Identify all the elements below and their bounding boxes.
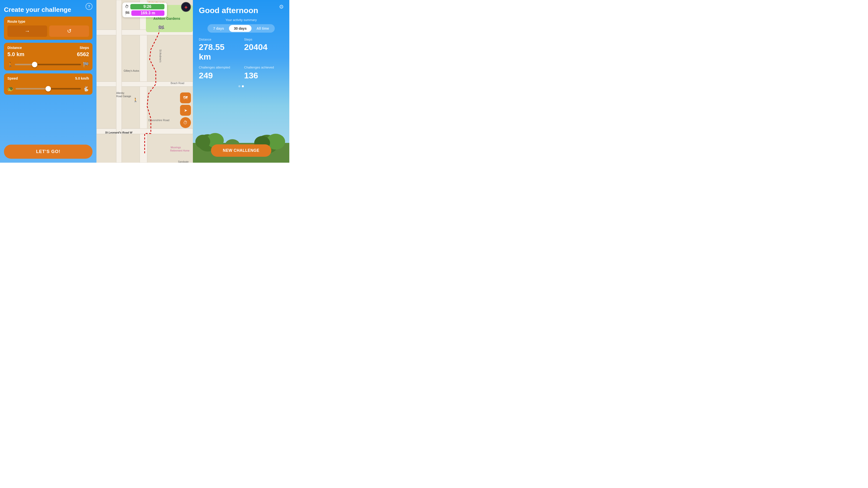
distance-value: 5.0 km (7, 51, 25, 58)
distance-slider-fill (15, 64, 35, 65)
map-speed-button[interactable]: ⏱ (180, 117, 191, 128)
map-navigate-button[interactable]: ➤ (180, 105, 191, 116)
new-challenge-button[interactable]: NEW CHALLENGE (211, 144, 271, 157)
svg-rect-5 (116, 0, 122, 163)
tab-30days[interactable]: 30 days (229, 25, 251, 32)
steps-label: Steps (80, 46, 89, 50)
map-layers-button[interactable]: 🗺 (180, 93, 191, 103)
route-type-label: Route type (7, 20, 89, 24)
speed-slider-fill (16, 88, 48, 90)
distance-stat: Distance 278.55 km (199, 38, 238, 62)
svg-text:🏁: 🏁 (158, 25, 165, 32)
speed-card: Speed 5.0 km/h 🐢 🐇 (4, 73, 92, 95)
tab-7days[interactable]: 7 days (208, 25, 229, 32)
page-dots (199, 85, 283, 87)
lets-go-button[interactable]: LET'S GO! (4, 144, 92, 159)
distance-slider-row: 🚶 🏁 (7, 62, 89, 67)
steps-stat-label: Steps (244, 38, 283, 41)
dot-2 (242, 85, 244, 87)
finish-flag-icon: 🏁 (83, 62, 89, 67)
distance-values-row: 5.0 km 6562 (7, 51, 89, 60)
time-tabs: 7 days 30 days All time (208, 24, 275, 33)
walk-icon: 🚶 (7, 62, 13, 67)
steps-stat-value: 20404 (244, 42, 283, 52)
svg-text:St Andrew's: St Andrew's (159, 50, 162, 63)
help-icon[interactable]: ? (86, 3, 92, 10)
distance-label: Distance (7, 46, 22, 50)
svg-text:Allenby: Allenby (116, 92, 124, 94)
map-dist-badge: 169.3 m (131, 10, 164, 16)
speed-label: Speed (7, 76, 18, 80)
settings-icon[interactable]: ⚙ (277, 3, 285, 11)
map-info-overlay: ⏱ 9:26 🏁 169.3 m (122, 2, 167, 17)
route-type-card: Route type → ↺ (4, 17, 92, 40)
greeting-text: Good afternoon (199, 6, 283, 15)
challenges-attempted-stat: Challenges attempted 249 (199, 66, 238, 80)
compass-needle-icon: ◈ (184, 5, 187, 9)
steps-stat: Steps 20404 (244, 38, 283, 62)
map-compass: ◈ (181, 2, 191, 12)
distance-header: Distance Steps (7, 46, 89, 50)
landscape-illustration (193, 123, 289, 163)
svg-text:Retirement Home: Retirement Home (170, 149, 190, 152)
distance-slider[interactable] (15, 64, 81, 65)
map-time-row: ⏱ 9:26 (125, 4, 164, 9)
distance-stat-value: 278.55 km (199, 42, 238, 62)
speed-slider-row: 🐢 🐇 (7, 86, 89, 92)
checkered-flag-icon: 🏁 (125, 11, 130, 15)
activity-summary-label: Your activity summary (199, 18, 283, 22)
map-svg: Sainsbury's Ashton Gardens St Andrew's B… (96, 0, 193, 163)
challenges-attempted-value: 249 (199, 71, 238, 80)
fast-icon: 🐇 (83, 86, 89, 92)
tab-alltime[interactable]: All time (251, 25, 274, 32)
map-time-badge: 9:26 (130, 4, 164, 9)
map-background[interactable]: Sainsbury's Ashton Gardens St Andrew's B… (96, 0, 193, 163)
svg-text:St Leonard's Road W: St Leonard's Road W (105, 131, 133, 134)
speed-slider[interactable] (16, 88, 81, 90)
speed-slider-thumb[interactable] (45, 86, 51, 92)
svg-text:Sandgate: Sandgate (178, 160, 189, 163)
map-dist-row: 🏁 169.3 m (125, 10, 164, 16)
map-side-buttons: 🗺 ➤ ⏱ (180, 93, 191, 128)
distance-stat-label: Distance (199, 38, 238, 41)
dot-1 (238, 85, 240, 87)
loop-icon: ↺ (67, 28, 71, 34)
speed-value: 5.0 km/h (75, 76, 89, 82)
stats-grid: Distance 278.55 km Steps 20404 Challenge… (199, 38, 283, 80)
left-panel: ? Create your challenge Route type → ↺ D… (0, 0, 96, 163)
steps-value: 6562 (77, 51, 89, 58)
navigate-icon: ➤ (184, 108, 187, 113)
route-loop-button[interactable]: ↺ (49, 26, 89, 37)
svg-text:Moorings: Moorings (170, 146, 181, 149)
route-one-way-button[interactable]: → (7, 26, 47, 37)
layers-icon: 🗺 (183, 95, 188, 101)
slow-icon: 🐢 (7, 86, 13, 92)
svg-text:Devonshire Road: Devonshire Road (148, 119, 169, 122)
arrow-right-icon: → (25, 28, 30, 34)
distance-slider-thumb[interactable] (32, 62, 37, 67)
svg-text:Beach Road: Beach Road (170, 82, 184, 85)
svg-point-25 (195, 135, 210, 149)
svg-text:Gilbey's Autos: Gilbey's Autos (124, 69, 139, 72)
speedometer-icon: ⏱ (183, 120, 188, 125)
svg-text:Road Garage: Road Garage (116, 95, 131, 98)
clock-icon: ⏱ (125, 4, 129, 9)
page-title: Create your challenge (4, 6, 92, 13)
route-type-buttons: → ↺ (7, 26, 89, 37)
svg-text:🚶: 🚶 (133, 98, 138, 102)
gear-icon: ⚙ (279, 4, 284, 10)
challenges-achieved-value: 136 (244, 71, 283, 80)
map-panel: Sainsbury's Ashton Gardens St Andrew's B… (96, 0, 193, 163)
speed-header: Speed 5.0 km/h (7, 76, 89, 82)
right-panel: ⚙ Good afternoon Your activity summary 7… (193, 0, 289, 163)
challenges-achieved-stat: Challenges achieved 136 (244, 66, 283, 80)
challenges-achieved-label: Challenges achieved (244, 66, 283, 70)
distance-card: Distance Steps 5.0 km 6562 🚶 🏁 (4, 43, 92, 70)
challenges-attempted-label: Challenges attempted (199, 66, 238, 70)
